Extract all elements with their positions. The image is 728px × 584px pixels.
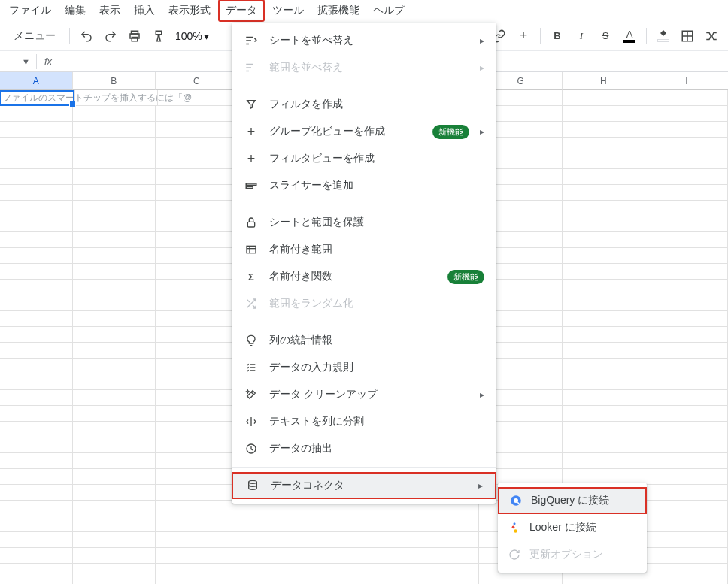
cell[interactable] <box>156 422 238 437</box>
cell[interactable] <box>0 485 73 501</box>
cell[interactable] <box>563 437 645 453</box>
cell[interactable] <box>73 280 156 295</box>
menu-sort-sheet[interactable]: シートを並べ替え ▸ <box>232 27 496 54</box>
cell[interactable] <box>563 169 645 185</box>
cell[interactable] <box>238 579 479 584</box>
cell[interactable] <box>645 106 728 122</box>
cell[interactable] <box>645 138 728 153</box>
cell[interactable] <box>73 122 156 138</box>
cell[interactable] <box>645 185 728 201</box>
menu-split-text[interactable]: テキストを列に分割 <box>232 408 496 435</box>
column-header[interactable]: H <box>563 72 645 90</box>
cell[interactable] <box>563 295 645 311</box>
cell[interactable] <box>0 327 73 343</box>
cell[interactable] <box>563 248 645 264</box>
cell[interactable] <box>0 437 73 453</box>
cell[interactable] <box>0 264 73 280</box>
cell[interactable] <box>563 122 645 138</box>
italic-icon[interactable]: I <box>571 26 592 47</box>
cell[interactable]: ファイルのスマートチップを挿入するには「@ <box>0 90 75 106</box>
cell[interactable] <box>73 406 156 422</box>
cell[interactable] <box>563 343 645 359</box>
cell[interactable] <box>645 201 728 216</box>
cell[interactable] <box>156 185 238 201</box>
cell[interactable] <box>563 153 645 169</box>
cell[interactable] <box>238 564 479 579</box>
insert-chip-icon[interactable]: + <box>513 26 534 47</box>
cell[interactable] <box>73 138 156 153</box>
column-header[interactable]: A <box>0 72 73 90</box>
cell[interactable] <box>156 122 238 138</box>
cell[interactable] <box>73 248 156 264</box>
menu-data[interactable]: データ <box>218 0 265 22</box>
cell[interactable] <box>73 469 156 485</box>
cell[interactable] <box>156 248 238 264</box>
cell[interactable] <box>73 106 156 122</box>
cell[interactable] <box>0 516 73 532</box>
cell[interactable] <box>73 185 156 201</box>
cell[interactable] <box>73 501 156 516</box>
cell[interactable] <box>645 359 728 374</box>
cell[interactable] <box>645 548 728 564</box>
cell[interactable] <box>73 374 156 390</box>
cell[interactable] <box>156 564 238 579</box>
cell[interactable] <box>0 153 73 169</box>
cell[interactable] <box>0 201 73 216</box>
cell[interactable] <box>563 201 645 216</box>
cell[interactable] <box>73 579 156 584</box>
cell[interactable] <box>645 343 728 359</box>
cell[interactable] <box>156 453 238 469</box>
menus-button[interactable]: メニュー <box>6 26 63 46</box>
cell[interactable] <box>0 280 73 295</box>
cell[interactable] <box>645 485 728 501</box>
cell[interactable] <box>645 532 728 548</box>
grid-row[interactable] <box>0 579 728 584</box>
cell[interactable] <box>563 390 645 406</box>
submenu-looker[interactable]: Looker に接続 <box>498 514 647 541</box>
cell[interactable] <box>563 106 645 122</box>
menu-create-filter[interactable]: フィルタを作成 <box>232 91 496 118</box>
cell[interactable] <box>645 216 728 232</box>
menu-data-validation[interactable]: データの入力規則 <box>232 354 496 381</box>
bold-icon[interactable]: B <box>547 26 568 47</box>
cell[interactable] <box>645 122 728 138</box>
menu-file[interactable]: ファイル <box>3 1 57 20</box>
cell[interactable] <box>645 374 728 390</box>
fill-color-icon[interactable] <box>653 26 674 47</box>
menu-extensions[interactable]: 拡張機能 <box>311 1 366 20</box>
cell[interactable] <box>75 90 158 106</box>
menu-edit[interactable]: 編集 <box>59 1 92 20</box>
cell[interactable] <box>156 406 238 422</box>
print-icon[interactable] <box>124 26 145 47</box>
column-header[interactable]: I <box>645 72 728 90</box>
cell[interactable] <box>156 390 238 406</box>
cell[interactable] <box>73 264 156 280</box>
cell[interactable] <box>563 579 645 584</box>
cell[interactable] <box>238 548 479 564</box>
cell[interactable] <box>156 280 238 295</box>
cell[interactable] <box>73 548 156 564</box>
cell[interactable] <box>563 327 645 343</box>
cell[interactable] <box>645 280 728 295</box>
cell[interactable] <box>238 532 479 548</box>
cell[interactable] <box>563 90 645 106</box>
menu-insert[interactable]: 挿入 <box>128 1 161 20</box>
submenu-bigquery[interactable]: BigQuery に接続 <box>498 487 647 514</box>
cell[interactable] <box>0 422 73 437</box>
cell[interactable] <box>0 453 73 469</box>
cell[interactable] <box>0 295 73 311</box>
cell[interactable] <box>0 406 73 422</box>
cell[interactable] <box>645 232 728 248</box>
cell[interactable] <box>73 437 156 453</box>
cell[interactable] <box>0 564 73 579</box>
cell[interactable] <box>156 437 238 453</box>
cell[interactable] <box>563 185 645 201</box>
cell[interactable] <box>156 327 238 343</box>
cell[interactable] <box>0 390 73 406</box>
cell[interactable] <box>563 422 645 437</box>
cell[interactable] <box>156 264 238 280</box>
cell[interactable] <box>156 216 238 232</box>
cell[interactable] <box>0 216 73 232</box>
cell[interactable] <box>156 485 238 501</box>
menu-add-slicer[interactable]: スライサーを追加 <box>232 172 496 199</box>
